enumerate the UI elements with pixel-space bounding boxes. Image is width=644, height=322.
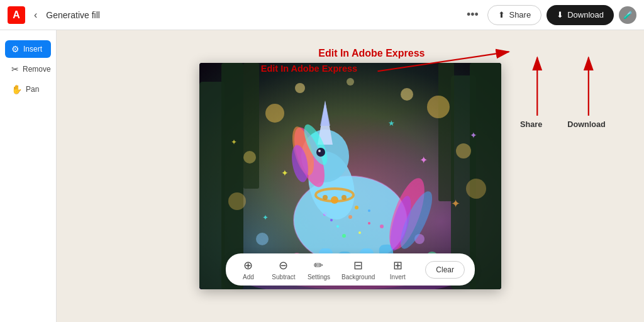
svg-point-12	[427, 96, 450, 118]
download-button-label: Download	[567, 10, 604, 19]
svg-rect-7	[470, 63, 501, 289]
sidebar-item-insert[interactable]: ⚙ Insert	[5, 40, 51, 58]
svg-point-26	[368, 222, 370, 225]
svg-text:✦: ✦	[281, 168, 289, 178]
svg-rect-9	[438, 63, 454, 201]
canvas-area: Edit In Adobe Express	[57, 30, 644, 322]
user-avatar[interactable]: 🧪	[619, 6, 636, 24]
svg-point-53	[341, 195, 347, 200]
toolbar-background[interactable]: ⊟ Background	[341, 258, 375, 280]
svg-text:★: ★	[388, 119, 395, 128]
toolbar-settings-label: Settings	[308, 274, 330, 280]
svg-text:✦: ✦	[419, 155, 428, 165]
sidebar-item-remove-label: Remove	[23, 65, 51, 74]
header-right: ••• ⬆ Share ⬇ Download 🧪	[462, 5, 636, 25]
svg-text:Download: Download	[567, 120, 606, 129]
svg-point-28	[358, 231, 361, 234]
svg-point-13	[456, 143, 471, 158]
share-button-label: Share	[509, 10, 531, 19]
sidebar-item-pan-label: Pan	[26, 85, 39, 94]
share-button[interactable]: ⬆ Share	[487, 5, 541, 25]
app-container: A ‹ Generative fill ••• ⬆ Share ⬇ Downlo…	[0, 0, 644, 322]
toolbar-invert-label: Invert	[390, 274, 406, 280]
invert-icon: ⊞	[393, 258, 402, 272]
toolbar-invert[interactable]: ⊞ Invert	[385, 258, 410, 280]
svg-point-11	[243, 151, 256, 164]
svg-point-15	[401, 88, 413, 101]
adobe-logo: A	[8, 6, 25, 24]
sidebar-item-pan[interactable]: ✋ Pan	[5, 80, 51, 98]
svg-rect-8	[243, 63, 259, 189]
svg-point-17	[228, 192, 246, 210]
svg-point-10	[265, 104, 284, 123]
svg-point-32	[380, 225, 384, 228]
svg-point-16	[347, 78, 354, 86]
toolbar-subtract-label: Subtract	[272, 274, 295, 280]
background-icon: ⊟	[353, 258, 363, 272]
insert-icon: ⚙	[11, 44, 19, 54]
svg-text:✦: ✦	[262, 213, 269, 222]
svg-point-20	[256, 233, 269, 245]
svg-point-52	[323, 195, 328, 200]
svg-point-27	[342, 234, 346, 238]
svg-point-18	[466, 179, 486, 199]
add-icon: ⊕	[243, 258, 253, 272]
sidebar-item-insert-label: Insert	[23, 45, 42, 53]
header: A ‹ Generative fill ••• ⬆ Share ⬇ Downlo…	[0, 0, 644, 30]
download-button[interactable]: ⬇ Download	[547, 5, 614, 25]
toolbar-add-label: Add	[243, 274, 254, 280]
svg-rect-4	[199, 82, 225, 289]
document-title: Generative fill	[46, 10, 456, 20]
svg-text:✦: ✦	[470, 130, 477, 140]
sidebar: ⚙ Insert ✂ Remove ✋ Pan	[0, 30, 57, 322]
clear-button[interactable]: Clear	[425, 261, 465, 279]
svg-point-45	[316, 148, 325, 157]
svg-point-51	[331, 196, 338, 204]
svg-point-46	[318, 150, 321, 152]
svg-text:✦: ✦	[231, 138, 237, 147]
svg-text:Share: Share	[520, 120, 542, 129]
svg-point-31	[368, 209, 370, 212]
toolbar-settings[interactable]: ✏ Settings	[306, 258, 331, 280]
svg-point-24	[336, 225, 339, 228]
edit-annotation-label: Edit In Adobe Express	[318, 48, 425, 59]
share-icon: ⬆	[498, 10, 505, 19]
subtract-icon: ⊖	[279, 258, 288, 272]
svg-point-30	[348, 215, 352, 219]
back-button[interactable]: ‹	[31, 7, 40, 23]
sidebar-item-remove[interactable]: ✂ Remove	[5, 60, 51, 78]
image-toolbar: ⊕ Add ⊖ Subtract ✏ Settings ⊟ Background…	[226, 253, 475, 286]
download-icon: ⬇	[557, 10, 564, 19]
settings-icon: ✏	[314, 258, 323, 272]
remove-icon: ✂	[11, 64, 19, 74]
svg-point-14	[295, 83, 305, 93]
toolbar-background-label: Background	[341, 274, 375, 280]
svg-text:✦: ✦	[451, 197, 460, 210]
more-options-button[interactable]: •••	[462, 5, 482, 25]
toolbar-add[interactable]: ⊕ Add	[236, 258, 261, 280]
svg-point-25	[355, 206, 358, 209]
main-content: ⚙ Insert ✂ Remove ✋ Pan Edit In Adobe Ex…	[0, 30, 644, 322]
pan-icon: ✋	[11, 84, 22, 94]
toolbar-subtract[interactable]: ⊖ Subtract	[271, 258, 296, 280]
svg-point-29	[330, 219, 333, 221]
